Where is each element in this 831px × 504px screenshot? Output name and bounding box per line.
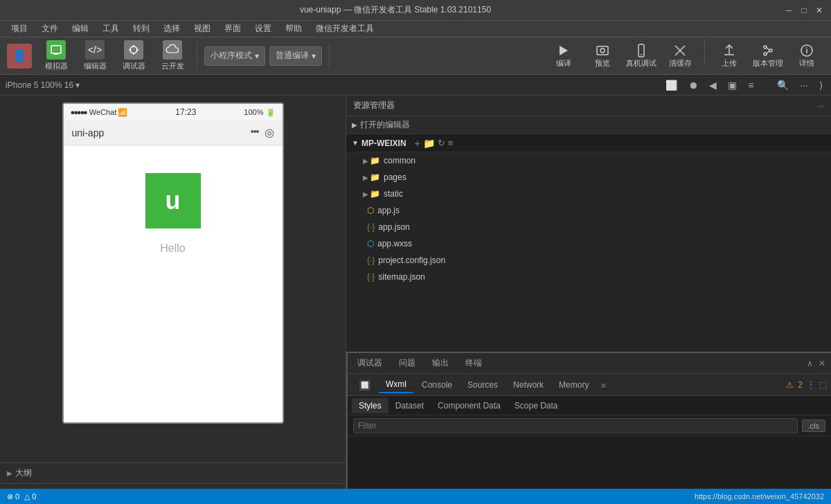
- devtools-tab-sources[interactable]: Sources: [461, 377, 505, 393]
- devtools-close-icon[interactable]: ✕: [819, 359, 825, 368]
- devtools-tab-memory[interactable]: Memory: [552, 377, 596, 393]
- section-arrow-icon: ▶: [352, 121, 357, 129]
- devtools-tab-problems[interactable]: 问题: [395, 354, 420, 372]
- toolbar-separator-1: [197, 44, 197, 69]
- devtools-dock-icon[interactable]: ⬚: [819, 380, 827, 390]
- styles-filter-input[interactable]: [353, 418, 798, 433]
- devtools-tab-wxml[interactable]: Wxml: [379, 377, 413, 393]
- outline-section[interactable]: ▶ 大纲: [0, 462, 346, 483]
- menu-help[interactable]: 帮助: [280, 21, 307, 36]
- maximize-button[interactable]: □: [799, 6, 809, 15]
- minimize-button[interactable]: ─: [784, 6, 794, 15]
- tree-item-common[interactable]: ▶ 📁 common: [346, 152, 831, 169]
- simulator-panel: ●●●●● WeChat 📶 17:23 100% 🔋 uni-app ••• …: [0, 96, 346, 504]
- real-machine-button[interactable]: 真机调试: [624, 40, 659, 72]
- devtools-tab-output[interactable]: 输出: [428, 354, 453, 372]
- appwxss-file-icon: ⬡: [367, 239, 374, 249]
- simulator-button[interactable]: 模拟器: [39, 40, 73, 72]
- menu-view[interactable]: 视图: [188, 21, 216, 36]
- home-icon[interactable]: ▣: [725, 78, 740, 92]
- menu-edit[interactable]: 编辑: [66, 21, 94, 36]
- devtools-tab-debugger[interactable]: 调试器: [353, 354, 386, 372]
- subtab-dataset[interactable]: Dataset: [388, 398, 431, 413]
- version-mgmt-button[interactable]: 版本管理: [751, 40, 785, 72]
- svg-rect-0: [51, 46, 61, 53]
- error-icon: ⊗: [7, 492, 13, 501]
- devtools-tab-terminal[interactable]: 终端: [461, 354, 486, 372]
- tree-item-appjs[interactable]: ⬡ app.js: [346, 202, 831, 219]
- details-button[interactable]: 详情: [789, 40, 824, 72]
- compile-button[interactable]: 编译: [546, 40, 581, 72]
- cloud-button[interactable]: 云开发: [155, 40, 190, 72]
- menu-icon[interactable]: ≡: [745, 78, 756, 92]
- device-icons: ⬜ ⏺ ◀ ▣ ≡ 🔍 ··· ⟩: [663, 78, 825, 92]
- clean-cache-button[interactable]: 清缓存: [663, 40, 697, 72]
- hello-text: Hello: [160, 242, 185, 255]
- menu-settings[interactable]: 设置: [249, 21, 277, 36]
- devtools-inspector-icon[interactable]: 🔲: [352, 377, 377, 393]
- menu-interface[interactable]: 界面: [219, 21, 247, 36]
- styles-filter-row: .cls: [348, 415, 831, 436]
- phone-time: 17:23: [127, 107, 244, 117]
- search-icon[interactable]: 🔍: [774, 78, 792, 92]
- avatar[interactable]: 👤: [7, 44, 32, 69]
- menu-file[interactable]: 文件: [36, 21, 64, 36]
- phone-nav-circle[interactable]: ◎: [265, 126, 274, 139]
- mp-weixin-label: MP-WEIXIN: [361, 138, 406, 148]
- devtools-tab-network[interactable]: Network: [506, 377, 551, 393]
- cls-button[interactable]: .cls: [802, 420, 826, 432]
- editor-button[interactable]: </> 编辑器: [78, 40, 112, 72]
- refresh-icon[interactable]: ↻: [438, 138, 445, 148]
- filetree-more-icon[interactable]: ···: [817, 101, 824, 111]
- menu-select[interactable]: 选择: [158, 21, 186, 36]
- preview-button[interactable]: 预览: [585, 40, 620, 72]
- mp-weixin-section[interactable]: ▼ MP-WEIXIN + 📁 ↻ ≡: [346, 134, 831, 152]
- projectconfig-file-icon: {·}: [367, 255, 375, 265]
- upload-button[interactable]: 上传: [712, 40, 747, 72]
- tree-item-appwxss[interactable]: ⬡ app.wxss: [346, 235, 831, 252]
- expand-icon[interactable]: ⟩: [816, 78, 825, 92]
- more-icon[interactable]: ···: [797, 78, 811, 92]
- battery-icon: 🔋: [266, 108, 276, 117]
- svg-point-16: [806, 47, 807, 48]
- debugger-icon: [124, 40, 143, 60]
- tree-item-projectconfig[interactable]: {·} project.config.json: [346, 252, 831, 269]
- tree-item-static[interactable]: ▶ 📁 static: [346, 186, 831, 202]
- title-text: vue-uniapp — 微信开发者工具 Stable 1.03.2101150: [7, 4, 784, 16]
- device-info[interactable]: iPhone 5 100% 16 ▾: [6, 80, 80, 90]
- open-editors-section[interactable]: ▶ 打开的编辑器: [346, 116, 831, 134]
- debugger-button[interactable]: 调试器: [116, 40, 151, 72]
- devtools-settings-icon[interactable]: ⋮: [807, 380, 815, 390]
- menu-wechat-devtools[interactable]: 微信开发者工具: [310, 21, 379, 36]
- compile-dropdown-arrow-icon: ▾: [312, 51, 316, 61]
- pages-folder-label: pages: [384, 172, 406, 182]
- filetree-header-icons: ···: [817, 101, 824, 111]
- phone-nav-dots[interactable]: •••: [251, 126, 259, 139]
- svg-point-2: [130, 46, 137, 53]
- devtools-collapse-icon[interactable]: ∧: [807, 359, 813, 368]
- subtab-styles[interactable]: Styles: [352, 398, 388, 413]
- projectconfig-label: project.config.json: [378, 255, 445, 265]
- phone-frame: ●●●●● WeChat 📶 17:23 100% 🔋 uni-app ••• …: [62, 102, 284, 424]
- add-folder-icon[interactable]: 📁: [423, 138, 435, 149]
- add-file-icon[interactable]: +: [415, 138, 420, 149]
- devtools-tab-console[interactable]: Console: [415, 377, 459, 393]
- menu-goto[interactable]: 转到: [127, 21, 155, 36]
- compile-dropdown[interactable]: 普通编译 ▾: [269, 46, 322, 66]
- tree-item-appjson[interactable]: {·} app.json: [346, 219, 831, 235]
- close-button[interactable]: ✕: [814, 6, 824, 15]
- subtab-scope-data[interactable]: Scope Data: [508, 398, 565, 413]
- collapse-icon[interactable]: ≡: [448, 138, 454, 148]
- devtools-tabs-more-icon[interactable]: »: [597, 378, 609, 392]
- menu-tools[interactable]: 工具: [97, 21, 125, 36]
- menu-project[interactable]: 项目: [6, 21, 33, 36]
- error-count[interactable]: ⊗ 0 △ 0: [7, 492, 36, 501]
- mode-dropdown[interactable]: 小程序模式 ▾: [204, 46, 265, 66]
- subtab-component-data[interactable]: Component Data: [431, 398, 508, 413]
- tree-item-sitemap[interactable]: {·} sitemap.json: [346, 269, 831, 285]
- uni-logo-letter: u: [166, 186, 181, 215]
- record-icon[interactable]: ⏺: [686, 78, 701, 92]
- tree-item-pages[interactable]: ▶ 📁 pages: [346, 169, 831, 186]
- back-icon[interactable]: ◀: [706, 78, 720, 92]
- rotate-icon[interactable]: ⬜: [663, 78, 680, 92]
